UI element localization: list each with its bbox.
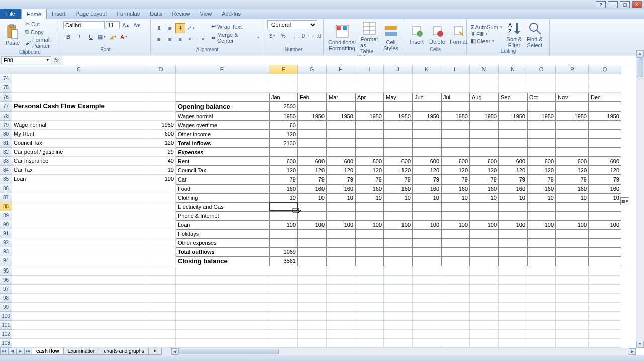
cell-G78[interactable]: 1950	[298, 112, 327, 121]
cell-J86[interactable]: 160	[384, 184, 413, 193]
scroll-up-button[interactable]: ▲	[636, 50, 644, 57]
cell-C86[interactable]	[12, 184, 146, 193]
sheet-tab-cashflow[interactable]: cash flow	[32, 348, 64, 355]
merge-center-button[interactable]: ⬌Merge & Center	[210, 31, 261, 44]
cell-O76[interactable]: Oct	[527, 93, 556, 102]
increase-font-button[interactable]: A▴	[121, 20, 131, 30]
insert-cells-button[interactable]: Insert	[407, 23, 426, 45]
cell-H90[interactable]: 100	[327, 220, 355, 229]
cell-N88[interactable]	[499, 202, 527, 211]
number-format-select[interactable]: General	[267, 20, 317, 29]
cell-I94[interactable]	[355, 256, 384, 266]
cell-C94[interactable]	[12, 256, 146, 266]
cell-H76[interactable]: Mar	[327, 93, 355, 102]
cell-F84[interactable]: 120	[269, 166, 298, 175]
cell-G90[interactable]: 100	[298, 220, 327, 229]
cell-M96[interactable]	[470, 276, 499, 285]
cell-O93[interactable]	[527, 247, 556, 256]
cell-J84[interactable]: 120	[384, 166, 413, 175]
cell-N87[interactable]: 10	[499, 193, 527, 202]
cell-Q76[interactable]: Dec	[589, 93, 621, 102]
cell-J102[interactable]	[384, 330, 413, 339]
cell-F95[interactable]	[269, 266, 298, 276]
cell-Q101[interactable]	[589, 321, 621, 330]
cell-P81[interactable]	[556, 139, 589, 148]
cell-D75[interactable]	[146, 83, 176, 93]
cell-I74[interactable]	[355, 74, 384, 83]
cell-H89[interactable]	[327, 211, 355, 220]
cell-L79[interactable]	[441, 121, 470, 130]
formula-input[interactable]	[62, 56, 644, 65]
accounting-format-button[interactable]: $	[267, 31, 277, 41]
cell-D87[interactable]	[146, 193, 176, 202]
cell-I78[interactable]: 1950	[355, 112, 384, 121]
cell-K97[interactable]	[413, 285, 441, 294]
cell-D93[interactable]	[146, 247, 176, 256]
cell-P96[interactable]	[556, 276, 589, 285]
fill-button[interactable]: ⬇Fill	[470, 31, 503, 37]
cell-L100[interactable]	[441, 312, 470, 321]
cell-F85[interactable]: 79	[269, 175, 298, 184]
cell-K89[interactable]	[413, 211, 441, 220]
cell-C88[interactable]	[12, 202, 146, 211]
row-header-74[interactable]: 74	[0, 74, 12, 83]
cell-P76[interactable]: Nov	[556, 93, 589, 102]
cell-O83[interactable]: 600	[527, 157, 556, 166]
row-header-81[interactable]: 81	[0, 139, 12, 148]
cell-L102[interactable]	[441, 330, 470, 339]
cell-Q99[interactable]	[589, 303, 621, 312]
col-header-J[interactable]: J	[384, 65, 413, 74]
cell-L87[interactable]: 10	[441, 193, 470, 202]
cell-E102[interactable]	[176, 330, 269, 339]
autofill-options-button[interactable]: ▦▾	[620, 197, 629, 205]
cell-E103[interactable]	[176, 339, 269, 348]
cell-P79[interactable]	[556, 121, 589, 130]
cell-H93[interactable]	[327, 247, 355, 256]
cell-D79[interactable]: 1950	[146, 121, 176, 130]
cell-G75[interactable]	[298, 83, 327, 93]
cell-D94[interactable]	[146, 256, 176, 266]
cell-Q93[interactable]	[589, 247, 621, 256]
cell-N102[interactable]	[499, 330, 527, 339]
tab-home[interactable]: Home	[21, 9, 47, 19]
cell-H88[interactable]	[327, 202, 355, 211]
cell-G101[interactable]	[298, 321, 327, 330]
cell-H96[interactable]	[327, 276, 355, 285]
cell-E97[interactable]	[176, 285, 269, 294]
cell-D81[interactable]: 120	[146, 139, 176, 148]
cell-Q81[interactable]	[589, 139, 621, 148]
cell-K100[interactable]	[413, 312, 441, 321]
cell-J82[interactable]	[384, 148, 413, 157]
cell-D101[interactable]	[146, 321, 176, 330]
cell-Q82[interactable]	[589, 148, 621, 157]
cell-G91[interactable]	[298, 229, 327, 238]
cell-M97[interactable]	[470, 285, 499, 294]
cell-K103[interactable]	[413, 339, 441, 348]
cell-H78[interactable]: 1950	[327, 112, 355, 121]
cell-C87[interactable]	[12, 193, 146, 202]
tab-page-layout[interactable]: Page Layout	[71, 9, 112, 19]
cell-J94[interactable]	[384, 256, 413, 266]
cell-F81[interactable]: 2130	[269, 139, 298, 148]
cell-O78[interactable]: 1950	[527, 112, 556, 121]
cell-O82[interactable]	[527, 148, 556, 157]
cell-L90[interactable]: 100	[441, 220, 470, 229]
cell-H85[interactable]: 79	[327, 175, 355, 184]
cell-C82[interactable]: Car petrol / gasoline	[12, 148, 146, 157]
cell-G85[interactable]: 79	[298, 175, 327, 184]
cell-Q100[interactable]	[589, 312, 621, 321]
cell-L89[interactable]	[441, 211, 470, 220]
tab-addins[interactable]: Add-Ins	[217, 9, 246, 19]
cell-F76[interactable]: Jan	[269, 93, 298, 102]
cell-L86[interactable]: 160	[441, 184, 470, 193]
cell-F103[interactable]	[269, 339, 298, 348]
cell-J92[interactable]	[384, 238, 413, 247]
cell-M83[interactable]: 600	[470, 157, 499, 166]
cell-O87[interactable]: 10	[527, 193, 556, 202]
cell-I88[interactable]	[355, 202, 384, 211]
row-header-83[interactable]: 83	[0, 157, 12, 166]
cell-M103[interactable]	[470, 339, 499, 348]
cell-L99[interactable]	[441, 303, 470, 312]
cell-C92[interactable]	[12, 238, 146, 247]
cell-L84[interactable]: 120	[441, 166, 470, 175]
